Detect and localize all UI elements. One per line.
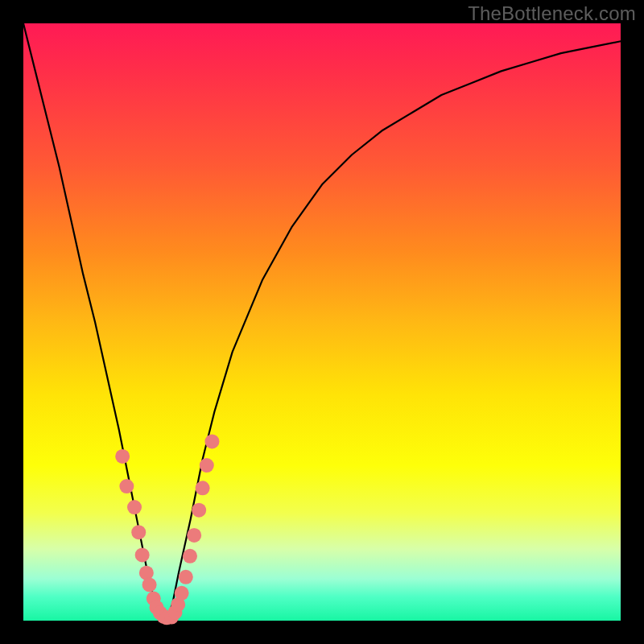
chart-marker xyxy=(183,549,197,564)
chart-marker xyxy=(175,586,189,601)
chart-marker xyxy=(196,481,210,495)
chart-marker xyxy=(115,449,130,464)
chart-marker xyxy=(142,577,157,592)
chart-marker xyxy=(192,503,206,518)
chart-marker xyxy=(119,479,134,493)
chart-marker xyxy=(200,458,214,473)
chart-marker xyxy=(187,528,201,543)
chart-marker xyxy=(127,500,142,514)
chart-marker xyxy=(135,547,150,562)
chart-svg xyxy=(23,23,621,621)
watermark-label: TheBottleneck.com xyxy=(468,2,636,25)
chart-marker xyxy=(131,525,146,539)
chart-curve xyxy=(23,23,621,621)
curve-line xyxy=(23,23,621,621)
chart-marker xyxy=(204,434,219,448)
chart-marker xyxy=(179,570,193,584)
chart-frame: TheBottleneck.com xyxy=(0,0,644,644)
chart-markers xyxy=(115,434,219,625)
chart-plot-area xyxy=(23,23,621,621)
